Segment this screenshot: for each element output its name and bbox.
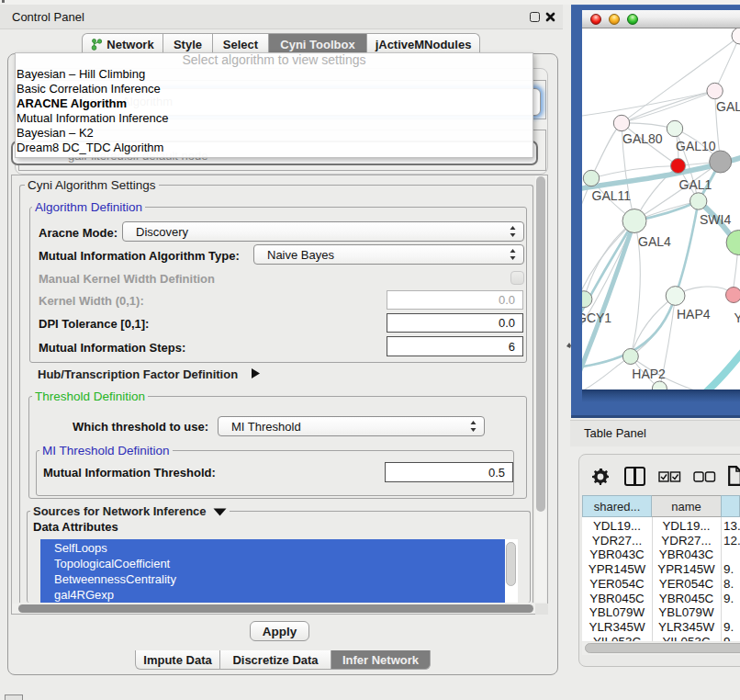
- svg-text:GCY1: GCY1: [582, 310, 611, 325]
- svg-text:GAL80: GAL80: [622, 131, 663, 146]
- svg-text:GAL1: GAL1: [679, 177, 712, 192]
- svg-text:GAL10: GAL10: [676, 139, 716, 153]
- svg-text:GAL4: GAL4: [638, 234, 671, 249]
- svg-text:GAL11: GAL11: [592, 188, 632, 203]
- svg-text:GAL7: GAL7: [716, 99, 740, 114]
- svg-text:SWI4: SWI4: [700, 212, 731, 227]
- svg-text:HAP4: HAP4: [677, 307, 711, 322]
- svg-text:Y: Y: [734, 310, 740, 325]
- svg-text:HAP2: HAP2: [632, 367, 666, 381]
